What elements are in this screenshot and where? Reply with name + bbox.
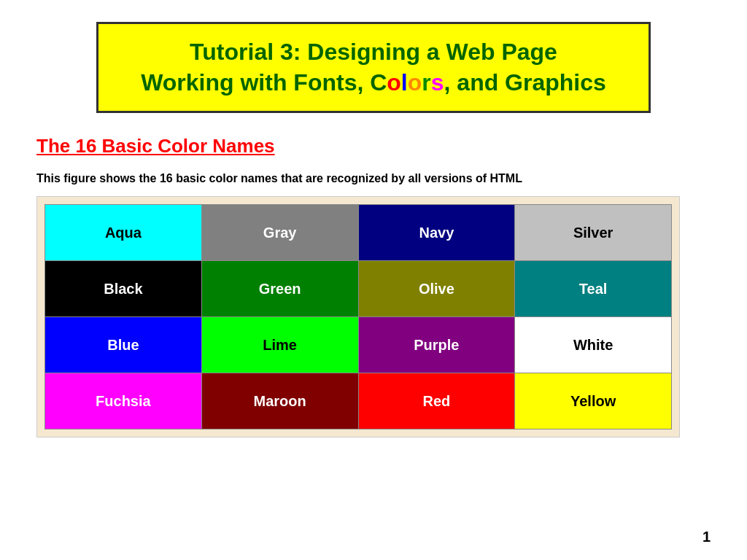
title-box: Tutorial 3: Designing a Web Page Working… xyxy=(96,22,651,113)
cell-olive: Olive xyxy=(358,261,515,317)
cell-purple: Purple xyxy=(358,317,515,373)
color-table: Aqua Gray Navy Silver Black Green Olive … xyxy=(44,204,672,429)
section-heading: The 16 Basic Color Names xyxy=(36,135,711,158)
table-row: Black Green Olive Teal xyxy=(45,261,672,317)
cell-teal: Teal xyxy=(515,261,672,317)
cell-blue: Blue xyxy=(45,317,202,373)
title-line1: Tutorial 3: Designing a Web Page xyxy=(120,37,627,68)
cell-red: Red xyxy=(358,373,515,429)
cell-fuchsia: Fuchsia xyxy=(45,373,202,429)
cell-green: Green xyxy=(201,261,358,317)
table-row: Blue Lime Purple White xyxy=(45,317,672,373)
cell-silver: Silver xyxy=(515,205,672,261)
table-row: Aqua Gray Navy Silver xyxy=(45,205,672,261)
slide: Tutorial 3: Designing a Web Page Working… xyxy=(0,0,747,560)
cell-maroon: Maroon xyxy=(201,373,358,429)
cell-white: White xyxy=(515,317,672,373)
cell-yellow: Yellow xyxy=(515,373,672,429)
cell-gray: Gray xyxy=(201,205,358,261)
title-line2: Working with Fonts, Colors, and Graphics xyxy=(120,68,627,98)
cell-aqua: Aqua xyxy=(45,205,202,261)
color-figure: Aqua Gray Navy Silver Black Green Olive … xyxy=(36,196,680,438)
page-number: 1 xyxy=(703,529,711,545)
table-row: Fuchsia Maroon Red Yellow xyxy=(45,373,672,429)
description-text: This figure shows the 16 basic color nam… xyxy=(36,172,711,185)
cell-lime: Lime xyxy=(201,317,358,373)
cell-navy: Navy xyxy=(358,205,515,261)
cell-black: Black xyxy=(45,261,202,317)
